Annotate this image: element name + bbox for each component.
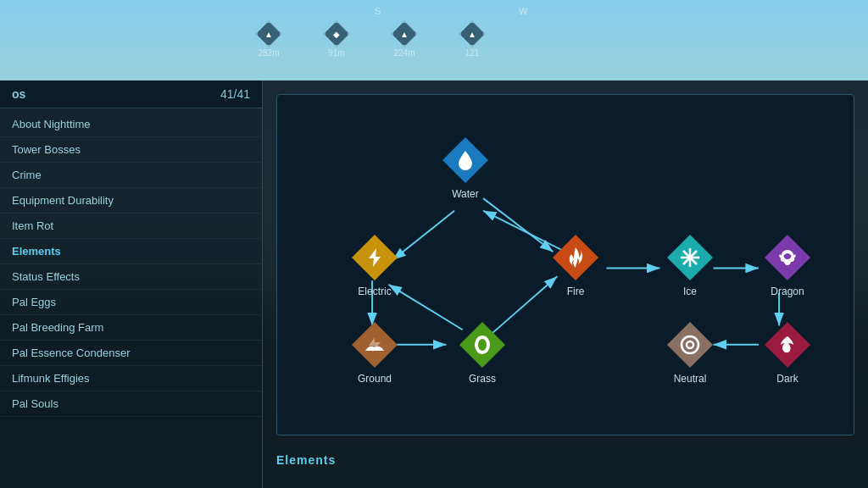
element-node-electric: Electric [352,235,398,297]
svg-line-1 [392,211,454,260]
hud-top: S W ▲ 282m ◆ 91m ▲ 224m [0,0,868,76]
marker-icon-3: ▲ [392,21,417,47]
sidebar-item-elements[interactable]: Elements [0,239,262,264]
element-node-ice: Ice [667,235,713,297]
hud-marker-3: ▲ 224m [392,21,417,58]
marker-icon-1: ▲ [256,21,281,47]
water-label: Water [452,188,479,200]
svg-point-22 [682,336,698,353]
ground-label: Ground [358,373,392,385]
marker-dist-1: 282m [258,48,279,58]
sidebar-item-crime[interactable]: Crime [0,163,262,188]
sidebar-count: 41/41 [220,87,250,101]
marker-icon-2: ◆ [324,21,349,47]
dragon-icon [765,235,810,280]
neutral-label: Neutral [674,373,707,385]
marker-dist-3: 224m [393,48,415,58]
sidebar-item-pal-breeding-farm[interactable]: Pal Breeding Farm [0,315,262,341]
element-node-grass: Grass [459,322,505,385]
dragon-label: Dragon [771,286,804,297]
ice-icon [667,235,713,280]
svg-point-21 [478,339,487,351]
svg-marker-12 [369,248,381,267]
ice-label: Ice [683,286,697,297]
sidebar-item-lifmunk-effigies[interactable]: Lifmunk Effigies [0,366,262,391]
grass-icon [459,322,505,368]
dark-label: Dark [776,373,798,385]
sidebar-item-pal-souls[interactable]: Pal Souls [0,391,262,417]
elements-panel: Water Electric Fire [276,94,854,435]
element-node-dragon: Dragon [765,235,810,297]
sidebar-item-about-nighttime[interactable]: About Nighttime [0,112,262,137]
element-node-dark: Dark [765,322,810,385]
sidebar-item-item-rot[interactable]: Item Rot [0,214,262,239]
fire-label: Fire [567,286,585,297]
sidebar-item-tower-bosses[interactable]: Tower Bosses [0,137,262,163]
hud-marker-1: ▲ 282m [256,21,281,58]
sidebar-item-equipment-durability[interactable]: Equipment Durability [0,188,262,214]
compass-s: S [375,6,382,16]
content-area: Water Electric Fire [263,80,868,488]
electric-icon [352,235,398,280]
grass-label: Grass [469,373,496,385]
hud-markers: ▲ 282m ◆ 91m ▲ 224m ▲ 121 [222,21,646,58]
sidebar: os 41/41 About Nighttime Tower Bosses Cr… [0,80,263,488]
sidebar-item-pal-essence-condenser[interactable]: Pal Essence Condenser [0,341,262,366]
water-icon [442,137,488,183]
element-node-fire: Fire [553,235,598,297]
svg-point-19 [789,255,792,258]
svg-point-23 [687,341,693,348]
content-footer: Elements [276,446,854,474]
svg-line-4 [389,285,463,330]
elements-footer-label: Elements [276,453,336,467]
marker-icon-4: ▲ [459,21,485,47]
svg-line-11 [483,198,553,252]
sidebar-item-pal-eggs[interactable]: Pal Eggs [0,290,262,315]
element-node-neutral: Neutral [667,322,713,385]
main-overlay: os 41/41 About Nighttime Tower Bosses Cr… [0,80,868,488]
svg-point-17 [687,255,693,260]
marker-dist-4: 121 [465,48,480,58]
marker-dist-2: 91m [328,48,344,58]
element-node-water: Water [442,137,488,200]
hud-marker-4: ▲ 121 [459,21,485,58]
hud-marker-2: ◆ 91m [324,21,349,58]
svg-point-18 [784,255,787,258]
sidebar-item-status-effects[interactable]: Status Effects [0,264,262,290]
sidebar-title: os [12,87,25,101]
sidebar-header: os 41/41 [0,80,262,108]
sidebar-list: About Nighttime Tower Bosses Crime Equip… [0,108,262,488]
dark-icon [765,322,810,368]
ground-icon [352,322,398,368]
fire-icon [553,235,598,280]
element-node-ground: Ground [352,322,398,385]
electric-label: Electric [358,286,391,297]
compass-w: W [519,6,529,16]
elements-diagram: Water Electric Fire [294,112,837,400]
neutral-icon [667,322,713,368]
